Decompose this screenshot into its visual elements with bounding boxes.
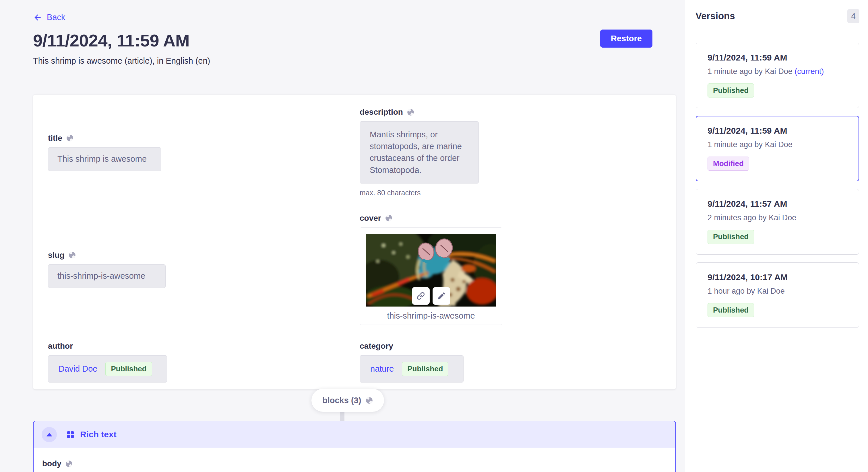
- rich-text-block-header[interactable]: Rich text: [34, 421, 675, 448]
- page-header: 9/11/2024, 11:59 AM This shrimp is aweso…: [33, 31, 676, 66]
- field-category-label: category: [360, 341, 393, 351]
- rich-text-block: Rich text body: [33, 421, 676, 472]
- chevron-up-icon: [46, 433, 52, 436]
- category-relation: nature Published: [360, 355, 464, 382]
- version-date: 9/11/2024, 11:59 AM: [708, 53, 851, 63]
- version-date: 9/11/2024, 10:17 AM: [708, 272, 851, 282]
- version-card[interactable]: 9/11/2024, 10:17 AM 1 hour ago by Kai Do…: [696, 262, 859, 328]
- back-label: Back: [47, 12, 65, 22]
- version-status-badge: Published: [708, 83, 754, 98]
- fields-panel: title This shrimp is awesome description…: [33, 95, 676, 390]
- copy-link-button[interactable]: [412, 287, 430, 305]
- field-body-label: body: [42, 459, 61, 468]
- description-helper: max. 80 characters: [360, 189, 661, 197]
- pencil-icon: [437, 291, 446, 301]
- versions-count-badge: 4: [847, 9, 859, 23]
- field-title-label: title: [48, 134, 62, 143]
- category-link[interactable]: nature: [370, 364, 394, 374]
- blocks-pill-label: blocks (3): [322, 396, 361, 405]
- globe-icon: [385, 214, 393, 222]
- restore-button[interactable]: Restore: [600, 30, 652, 47]
- field-author: author David Doe Published: [48, 341, 360, 382]
- author-relation: David Doe Published: [48, 355, 167, 382]
- rich-text-block-title: Rich text: [80, 430, 117, 439]
- field-slug-label: slug: [48, 250, 65, 260]
- versions-heading: Versions: [695, 11, 735, 22]
- globe-icon: [66, 134, 74, 142]
- versions-header: Versions 4: [685, 0, 868, 31]
- globe-icon: [365, 397, 373, 404]
- versions-sidebar: Versions 4 9/11/2024, 11:59 AM 1 minute …: [685, 0, 868, 472]
- globe-icon: [407, 108, 414, 116]
- field-title: title This shrimp is awesome: [48, 134, 360, 171]
- version-status-badge: Published: [708, 230, 754, 244]
- version-current-label: (current): [793, 67, 824, 76]
- page-title: 9/11/2024, 11:59 AM: [33, 31, 210, 50]
- version-card[interactable]: 9/11/2024, 11:59 AM 1 minute ago by Kai …: [696, 43, 859, 108]
- version-byline: 2 minutes ago by Kai Doe: [708, 213, 851, 222]
- cover-caption: this-shrimp-is-awesome: [366, 311, 496, 321]
- version-card[interactable]: 9/11/2024, 11:57 AM 2 minutes ago by Kai…: [696, 189, 859, 255]
- collapse-block-button[interactable]: [42, 427, 57, 442]
- field-cover: cover: [360, 214, 661, 325]
- field-description-label: description: [360, 107, 403, 117]
- blocks-field-pill[interactable]: blocks (3): [311, 389, 384, 412]
- edit-cover-button[interactable]: [433, 287, 451, 305]
- author-status-badge: Published: [105, 362, 152, 376]
- slug-input[interactable]: this-shrimp-is-awesome: [48, 264, 166, 288]
- author-link[interactable]: David Doe: [59, 364, 97, 374]
- version-status-badge: Modified: [708, 157, 749, 171]
- field-description: description Mantis shrimps, or stomatopo…: [360, 107, 661, 197]
- title-input[interactable]: This shrimp is awesome: [48, 147, 161, 171]
- blocks-grid-icon: [66, 430, 75, 439]
- globe-icon: [68, 251, 76, 259]
- version-status-badge: Published: [708, 303, 754, 317]
- version-byline: 1 minute ago by Kai Doe: [708, 140, 851, 149]
- field-author-label: author: [48, 341, 73, 351]
- field-cover-label: cover: [360, 214, 381, 223]
- description-textarea[interactable]: Mantis shrimps, or stomatopods, are mari…: [360, 121, 479, 183]
- version-card[interactable]: 9/11/2024, 11:59 AM 1 minute ago by Kai …: [696, 116, 859, 181]
- version-byline: 1 hour ago by Kai Doe: [708, 287, 851, 296]
- globe-icon: [65, 460, 73, 468]
- back-link[interactable]: Back: [33, 12, 65, 22]
- cover-card: this-shrimp-is-awesome: [360, 227, 502, 325]
- field-category: category nature Published: [360, 341, 661, 382]
- field-slug: slug this-shrimp-is-awesome: [48, 250, 360, 288]
- cover-actions: [412, 287, 451, 305]
- page-subtitle: This shrimp is awesome (article), in Eng…: [33, 56, 210, 66]
- link-icon: [416, 291, 425, 301]
- block-connector-line: [340, 411, 344, 421]
- version-date: 9/11/2024, 11:59 AM: [708, 126, 851, 136]
- version-byline: 1 minute ago by Kai Doe (current): [708, 67, 851, 76]
- version-date: 9/11/2024, 11:57 AM: [708, 199, 851, 209]
- category-status-badge: Published: [402, 362, 448, 376]
- arrow-left-icon: [33, 13, 42, 22]
- version-detail-main: Back 9/11/2024, 11:59 AM This shrimp is …: [0, 0, 685, 472]
- versions-list: 9/11/2024, 11:59 AM 1 minute ago by Kai …: [685, 31, 868, 328]
